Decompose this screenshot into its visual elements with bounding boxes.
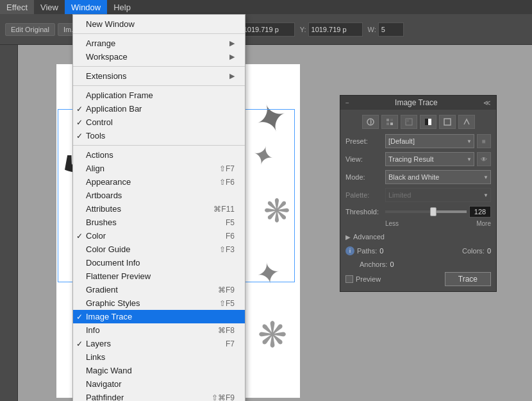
menu-application-bar[interactable]: Application Bar — [73, 102, 245, 115]
workspace-arrow: ▶ — [229, 53, 235, 61]
svg-rect-1 — [387, 119, 389, 121]
menu-links[interactable]: Links — [73, 350, 245, 364]
menu-graphic-styles[interactable]: Graphic Styles ⇧F5 — [73, 296, 245, 310]
arrange-arrow: ▶ — [229, 39, 235, 47]
preview-checkbox-box[interactable] — [345, 275, 353, 283]
threshold-value: 128 — [469, 206, 491, 218]
palette-select-wrapper: Limited — [385, 188, 491, 202]
trace-button[interactable]: Trace — [445, 272, 491, 286]
threshold-slider[interactable] — [385, 210, 467, 213]
menu-window[interactable]: Window — [65, 0, 107, 14]
colors-value: 0 — [487, 247, 491, 255]
preview-label: Preview — [356, 275, 381, 283]
mode-label: Mode: — [345, 173, 383, 181]
menu-appearance[interactable]: Appearance ⇧F6 — [73, 175, 245, 189]
svg-rect-4 — [390, 123, 393, 125]
mode-select-wrapper: Black and White — [385, 170, 491, 184]
menu-arrange[interactable]: Arrange ▶ — [73, 37, 245, 50]
svg-rect-3 — [387, 123, 389, 125]
preview-checkbox[interactable]: Preview — [345, 275, 381, 283]
left-toolbar — [0, 45, 18, 401]
menu-bar: Effect View Window Help — [0, 0, 532, 14]
menu-layers[interactable]: Layers F7 — [73, 337, 245, 350]
color-guide-shortcut: ⇧F3 — [219, 245, 235, 254]
palette-label: Palette: — [345, 191, 383, 199]
menu-pathfinder[interactable]: Pathfinder ⇧⌘F9 — [73, 391, 245, 401]
menu-control[interactable]: Control — [73, 115, 245, 129]
appearance-shortcut: ⇧F6 — [219, 178, 235, 187]
w-coordinate-group: W: — [368, 22, 404, 37]
trace-icon-grayscale[interactable] — [401, 115, 417, 129]
trace-icon-custom[interactable] — [458, 115, 475, 129]
preset-row: Preset: [Default] ≡ — [345, 134, 491, 148]
menu-flattener-preview[interactable]: Flattener Preview — [73, 269, 245, 283]
slider-thumb[interactable] — [430, 207, 436, 216]
advanced-label: Advanced — [353, 233, 385, 241]
trace-icon-bw[interactable] — [420, 115, 436, 129]
w-input[interactable] — [378, 22, 404, 37]
trace-icon-outline[interactable] — [439, 115, 456, 129]
menu-document-info[interactable]: Document Info — [73, 256, 245, 269]
view-row: View: Tracing Result 👁 — [345, 152, 491, 166]
preset-select[interactable]: [Default] — [385, 134, 474, 148]
menu-extensions[interactable]: Extensions ▶ — [73, 69, 245, 83]
menu-color-guide[interactable]: Color Guide ⇧F3 — [73, 243, 245, 256]
color-shortcut: F6 — [226, 232, 235, 241]
menu-brushes[interactable]: Brushes F5 — [73, 216, 245, 229]
x-input[interactable] — [240, 22, 295, 37]
menu-tools[interactable]: Tools — [73, 129, 245, 142]
panel-controls: ≪ — [483, 99, 491, 107]
preset-menu-btn[interactable]: ≡ — [477, 134, 491, 148]
gradient-shortcut: ⌘F9 — [218, 286, 235, 294]
menu-image-trace[interactable]: Image Trace — [73, 310, 245, 323]
svg-rect-2 — [390, 119, 393, 121]
menu-help[interactable]: Help — [107, 0, 137, 14]
svg-rect-9 — [444, 119, 451, 125]
threshold-label: Threshold: — [345, 208, 383, 216]
stats-info-icon: i — [345, 246, 354, 255]
view-label: View: — [345, 155, 383, 163]
w-label: W: — [368, 26, 376, 33]
menu-effect[interactable]: Effect — [0, 0, 34, 14]
menu-new-window[interactable]: New Window — [73, 17, 245, 31]
menu-workspace[interactable]: Workspace ▶ — [73, 50, 245, 64]
y-input[interactable] — [308, 22, 363, 37]
image-trace-panel: − Image Trace ≪ — [340, 95, 497, 292]
menu-view[interactable]: View — [34, 0, 65, 14]
view-select[interactable]: Tracing Result — [385, 152, 474, 166]
menu-gradient[interactable]: Gradient ⌘F9 — [73, 283, 245, 296]
brushes-shortcut: F5 — [226, 218, 235, 227]
svg-rect-6 — [406, 119, 409, 122]
anchors-value: 0 — [390, 260, 394, 268]
palette-select[interactable]: Limited — [385, 188, 491, 202]
menu-magic-wand[interactable]: Magic Wand — [73, 364, 245, 377]
menu-artboards[interactable]: Artboards — [73, 189, 245, 202]
colors-label: Colors: — [462, 247, 485, 255]
svg-rect-8 — [428, 119, 431, 125]
menu-attributes[interactable]: Attributes ⌘F11 — [73, 202, 245, 216]
advanced-collapse-icon: ▶ — [345, 234, 351, 241]
trace-icon-color[interactable] — [381, 115, 398, 129]
menu-align[interactable]: Align ⇧F7 — [73, 162, 245, 175]
window-dropdown-menu: New Window Arrange ▶ Workspace ▶ Extensi… — [72, 14, 245, 401]
trace-icon-auto[interactable] — [362, 115, 379, 129]
menu-section-panels: Actions Align ⇧F7 Appearance ⇧F6 Artboar… — [73, 146, 245, 401]
menu-application-frame[interactable]: Application Frame — [73, 89, 245, 102]
advanced-row[interactable]: ▶ Advanced — [345, 231, 491, 243]
menu-color[interactable]: Color F6 — [73, 229, 245, 243]
panel-body: Preset: [Default] ≡ View: Tracing Result… — [340, 110, 496, 291]
flourish-element-5: ❋ — [258, 314, 287, 355]
preset-label: Preset: — [345, 137, 383, 145]
info-shortcut: ⌘F8 — [218, 326, 235, 335]
menu-section-new-window: New Window — [73, 15, 245, 34]
y-coordinate-group: Y: — [300, 22, 363, 37]
panel-collapse-icon[interactable]: − — [345, 99, 349, 107]
edit-original-button[interactable]: Edit Original — [5, 23, 55, 36]
menu-info[interactable]: Info ⌘F8 — [73, 323, 245, 337]
menu-navigator[interactable]: Navigator — [73, 377, 245, 391]
mode-select[interactable]: Black and White — [385, 170, 491, 184]
menu-actions[interactable]: Actions — [73, 148, 245, 162]
panel-double-arrow[interactable]: ≪ — [483, 99, 491, 107]
graphic-styles-shortcut: ⇧F5 — [219, 299, 235, 308]
view-eye-btn[interactable]: 👁 — [477, 152, 491, 166]
